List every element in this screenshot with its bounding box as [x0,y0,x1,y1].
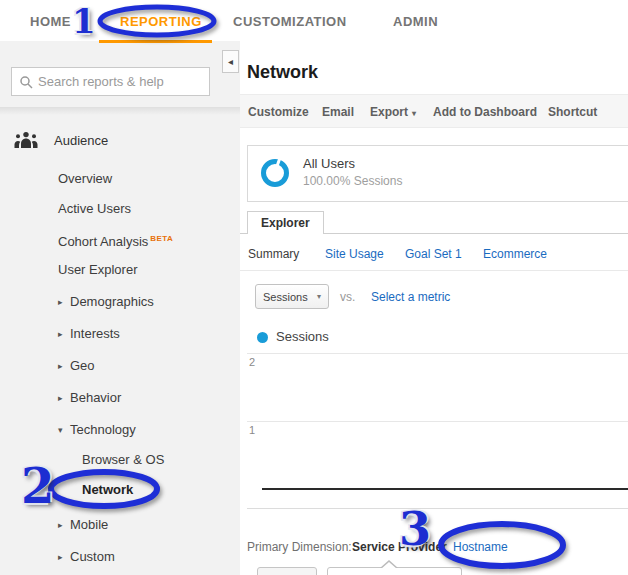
sidebar-header-shadow [0,107,240,115]
sidebar-item-behavior[interactable]: ▸Behavior [58,389,121,407]
plot-rows-button-partial[interactable] [257,567,317,575]
sidebar-item-label: Network [82,482,133,497]
sidebar-item-user-explorer[interactable]: User Explorer [58,261,137,279]
sidebar-item-label: Mobile [70,517,108,532]
export-button[interactable]: Export▾ [370,95,416,129]
active-tab-underline [99,40,212,43]
caret-down-icon: ▾ [317,292,321,301]
caret-down-icon: ▾ [412,109,416,118]
tree-expanded-icon: ▾ [58,421,70,439]
sidebar-item-label: Demographics [70,294,154,309]
page-title: Network [247,62,318,83]
tab-explorer[interactable]: Explorer [247,211,324,234]
sidebar-item-browser-os[interactable]: Browser & OS [82,451,164,469]
select-a-metric-link[interactable]: Select a metric [371,290,450,304]
segment-detail: 100.00% Sessions [303,174,402,188]
sidebar-item-mobile[interactable]: ▸Mobile [58,516,108,534]
gridline-2 [247,353,628,354]
subtab-divider [240,270,628,271]
sidebar-item-label: Technology [70,422,136,437]
sidebar-section-audience[interactable]: Audience [0,131,240,151]
legend-dot-icon [257,332,268,343]
sidebar-item-custom[interactable]: ▸Custom [58,548,115,566]
primary-dimension-hostname-link[interactable]: Hostname [453,540,508,554]
sidebar-item-technology[interactable]: ▾Technology [58,421,136,439]
tree-collapsed-icon: ▸ [58,548,70,566]
add-to-dashboard-button[interactable]: Add to Dashboard [433,95,537,129]
sidebar-item-label: Active Users [58,201,131,216]
primary-dimension-label: Primary Dimension: [247,540,352,554]
email-button[interactable]: Email [322,95,354,129]
sidebar-item-label: Geo [70,358,95,373]
search-input[interactable] [38,69,206,94]
search-icon [19,75,33,89]
subtab-summary[interactable]: Summary [248,246,299,262]
sidebar-item-cohort-analysis[interactable]: Cohort AnalysisBETA [58,230,173,248]
export-label: Export [370,105,408,119]
sidebar: ◂ Audience Overview Active Users Cohort … [0,41,240,575]
chart-x-axis-baseline [262,488,628,490]
sidebar-item-geo[interactable]: ▸Geo [58,357,95,375]
tree-collapsed-icon: ▸ [58,293,70,311]
legend-label: Sessions [276,329,329,344]
sidebar-item-label: Behavior [70,390,121,405]
subtab-goal-set-1[interactable]: Goal Set 1 [405,246,462,262]
sidebar-item-label: Interests [70,326,120,341]
sidebar-item-label: User Explorer [58,262,137,277]
sidebar-item-active-users[interactable]: Active Users [58,200,131,218]
primary-dimension-service-provider[interactable]: Service Provider [352,540,447,554]
sidebar-section-label: Audience [54,133,108,148]
customize-button[interactable]: Customize [248,95,309,129]
report-toolbar: Customize Email Export▾ Add to Dashboard… [240,94,628,128]
table-pointer-notch-fill [381,562,397,569]
subtab-ecommerce[interactable]: Ecommerce [483,246,547,262]
beta-badge: BETA [150,234,173,243]
nav-admin[interactable]: ADMIN [393,14,438,29]
search-box [11,67,210,96]
sidebar-item-demographics[interactable]: ▸Demographics [58,293,154,311]
segment-donut-icon [261,159,289,187]
sidebar-item-label: Custom [70,549,115,564]
nav-home[interactable]: HOME [30,14,71,29]
segment-name: All Users [303,156,355,171]
chart-bottom-separator [247,508,628,509]
tree-collapsed-icon: ▸ [58,357,70,375]
nav-reporting[interactable]: REPORTING [120,14,202,29]
nav-customization[interactable]: CUSTOMIZATION [233,14,347,29]
collapse-sidebar-button[interactable]: ◂ [222,50,239,73]
y-tick-1: 1 [249,424,255,436]
sidebar-item-network[interactable]: Network [82,481,133,499]
tree-collapsed-icon: ▸ [58,516,70,534]
subtab-site-usage[interactable]: Site Usage [325,246,384,262]
top-nav: HOME REPORTING CUSTOMIZATION ADMIN [0,0,628,41]
y-tick-2: 2 [249,356,255,368]
tree-collapsed-icon: ▸ [58,325,70,343]
sidebar-item-label: Overview [58,171,112,186]
sidebar-item-label: Cohort Analysis [58,234,148,249]
shortcut-button[interactable]: Shortcut [548,95,597,129]
segment-all-users[interactable]: All Users 100.00% Sessions [247,145,628,202]
ga-window: HOME REPORTING CUSTOMIZATION ADMIN ◂ [0,0,628,575]
vs-label: vs. [340,290,355,304]
audience-people-icon [14,131,38,148]
tree-collapsed-icon: ▸ [58,389,70,407]
main-content: Network Customize Email Export▾ Add to D… [240,41,628,575]
sidebar-item-overview[interactable]: Overview [58,170,112,188]
sidebar-item-interests[interactable]: ▸Interests [58,325,120,343]
metric-dropdown[interactable]: Sessions ▾ [255,284,329,309]
metric-dropdown-value: Sessions [263,291,308,303]
gridline-1 [247,421,628,422]
sidebar-item-label: Browser & OS [82,452,164,467]
